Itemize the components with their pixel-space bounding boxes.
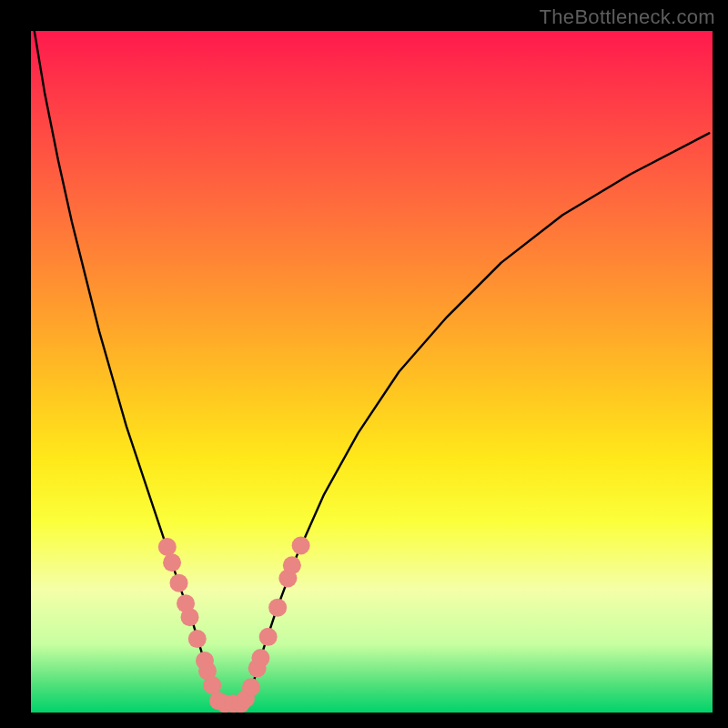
data-dot <box>158 538 177 556</box>
data-dot <box>170 574 188 592</box>
data-dot <box>251 649 269 667</box>
curve-right-curve <box>242 133 709 709</box>
chart-root: TheBottleneck.com <box>0 0 728 728</box>
data-dot <box>188 630 207 648</box>
data-dot <box>203 676 221 694</box>
data-dot <box>163 553 181 571</box>
chart-svg <box>31 31 713 713</box>
data-dot <box>283 556 301 574</box>
data-dot <box>242 678 260 696</box>
data-dot <box>268 599 287 617</box>
plot-area <box>31 31 713 713</box>
data-dot <box>292 537 310 555</box>
data-dot <box>259 628 278 646</box>
watermark-text: TheBottleneck.com <box>540 5 715 29</box>
data-dot <box>181 608 199 626</box>
